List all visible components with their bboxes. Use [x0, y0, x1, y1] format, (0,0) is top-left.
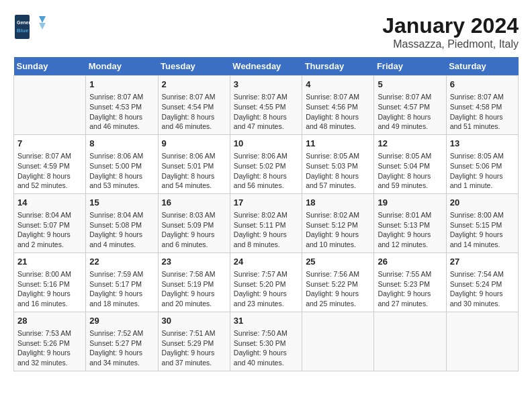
- day-info: Daylight: 8 hours: [89, 112, 154, 122]
- day-info: and 8 minutes.: [234, 240, 298, 250]
- day-number: 26: [378, 256, 442, 268]
- day-number: 22: [89, 256, 154, 268]
- day-info: Daylight: 8 hours: [89, 171, 154, 181]
- day-number: 8: [89, 138, 154, 150]
- day-info: Sunrise: 7:50 AM: [234, 328, 298, 338]
- day-info: Sunrise: 8:07 AM: [306, 92, 370, 102]
- day-info: Daylight: 9 hours: [306, 289, 370, 299]
- calendar-cell: 12Sunrise: 8:05 AMSunset: 5:04 PMDayligh…: [374, 134, 446, 193]
- day-info: Sunrise: 8:07 AM: [378, 92, 442, 102]
- svg-rect-0: [15, 15, 30, 39]
- day-info: Daylight: 8 hours: [306, 112, 370, 122]
- day-number: 5: [378, 79, 442, 91]
- day-info: Sunrise: 8:07 AM: [89, 92, 154, 102]
- day-info: and 25 minutes.: [306, 299, 370, 309]
- day-number: 28: [17, 315, 82, 327]
- day-info: Sunrise: 8:05 AM: [378, 151, 442, 161]
- day-info: Sunset: 5:07 PM: [17, 220, 82, 230]
- day-number: 7: [17, 138, 82, 150]
- day-info: Sunset: 5:26 PM: [17, 338, 82, 349]
- day-info: and 37 minutes.: [162, 358, 226, 368]
- calendar-table: SundayMondayTuesdayWednesdayThursdayFrid…: [13, 57, 519, 371]
- calendar-cell: 19Sunrise: 8:01 AMSunset: 5:13 PMDayligh…: [374, 193, 446, 253]
- calendar-cell: 30Sunrise: 7:51 AMSunset: 5:29 PMDayligh…: [158, 312, 230, 371]
- day-info: Sunrise: 8:06 AM: [89, 151, 154, 161]
- day-info: and 51 minutes.: [450, 122, 515, 132]
- day-number: 11: [306, 138, 370, 150]
- day-info: Sunrise: 8:02 AM: [234, 210, 298, 220]
- day-info: Daylight: 9 hours: [450, 289, 515, 299]
- day-number: 30: [162, 315, 226, 327]
- day-info: Sunset: 5:09 PM: [162, 220, 226, 230]
- day-info: Sunset: 5:03 PM: [306, 161, 370, 171]
- page-title: January 2024: [382, 13, 519, 38]
- day-info: and 2 minutes.: [17, 240, 82, 250]
- calendar-week-4: 21Sunrise: 8:00 AMSunset: 5:16 PMDayligh…: [14, 253, 519, 312]
- day-number: 19: [378, 197, 442, 209]
- calendar-cell: 1Sunrise: 8:07 AMSunset: 4:53 PMDaylight…: [86, 76, 158, 135]
- day-info: Sunset: 5:23 PM: [378, 279, 442, 289]
- day-info: and 1 minute.: [450, 181, 515, 191]
- day-info: and 18 minutes.: [89, 299, 154, 309]
- calendar-cell: 23Sunrise: 7:58 AMSunset: 5:19 PMDayligh…: [158, 253, 230, 312]
- day-info: Sunrise: 8:07 AM: [450, 92, 515, 102]
- day-info: Daylight: 9 hours: [234, 348, 298, 358]
- day-info: and 14 minutes.: [450, 240, 515, 250]
- day-number: 4: [306, 79, 370, 91]
- day-number: 16: [162, 197, 226, 209]
- day-info: and 56 minutes.: [234, 181, 298, 191]
- day-info: Sunrise: 8:03 AM: [162, 210, 226, 220]
- day-info: and 4 minutes.: [89, 240, 154, 250]
- day-info: Sunrise: 8:07 AM: [234, 92, 298, 102]
- day-info: Sunset: 5:00 PM: [89, 161, 154, 171]
- logo-svg: General Blue: [13, 13, 47, 40]
- day-info: Sunrise: 7:59 AM: [89, 269, 154, 279]
- day-info: Daylight: 9 hours: [17, 289, 82, 299]
- day-info: Sunset: 5:17 PM: [89, 279, 154, 289]
- day-number: 9: [162, 138, 226, 150]
- day-info: and 46 minutes.: [162, 122, 226, 132]
- day-info: Daylight: 9 hours: [17, 230, 82, 240]
- day-number: 20: [450, 197, 515, 209]
- calendar-cell: 31Sunrise: 7:50 AMSunset: 5:30 PMDayligh…: [230, 312, 302, 371]
- day-info: Sunrise: 8:07 AM: [162, 92, 226, 102]
- day-info: and 52 minutes.: [17, 181, 82, 191]
- calendar-cell: 18Sunrise: 8:02 AMSunset: 5:12 PMDayligh…: [302, 193, 374, 253]
- header-row: SundayMondayTuesdayWednesdayThursdayFrid…: [14, 57, 519, 76]
- day-info: and 12 minutes.: [378, 240, 442, 250]
- day-info: Daylight: 9 hours: [162, 289, 226, 299]
- day-info: Sunset: 4:54 PM: [162, 102, 226, 112]
- day-info: Sunrise: 7:55 AM: [378, 269, 442, 279]
- calendar-cell: 21Sunrise: 8:00 AMSunset: 5:16 PMDayligh…: [14, 253, 86, 312]
- day-info: Sunset: 5:19 PM: [162, 279, 226, 289]
- calendar-cell: 16Sunrise: 8:03 AMSunset: 5:09 PMDayligh…: [158, 193, 230, 253]
- day-info: and 57 minutes.: [306, 181, 370, 191]
- calendar-cell: 29Sunrise: 7:52 AMSunset: 5:27 PMDayligh…: [86, 312, 158, 371]
- day-info: Sunset: 5:06 PM: [450, 161, 515, 171]
- calendar-cell: 13Sunrise: 8:05 AMSunset: 5:06 PMDayligh…: [446, 134, 518, 193]
- calendar-cell: 4Sunrise: 8:07 AMSunset: 4:56 PMDaylight…: [302, 76, 374, 135]
- day-info: Sunrise: 7:51 AM: [162, 328, 226, 338]
- svg-text:Blue: Blue: [17, 28, 29, 34]
- day-info: Daylight: 9 hours: [162, 348, 226, 358]
- day-number: 29: [89, 315, 154, 327]
- day-number: 24: [234, 256, 298, 268]
- day-number: 13: [450, 138, 515, 150]
- calendar-header: SundayMondayTuesdayWednesdayThursdayFrid…: [14, 57, 519, 76]
- day-info: Sunrise: 7:52 AM: [89, 328, 154, 338]
- day-number: 6: [450, 79, 515, 91]
- day-number: 23: [162, 256, 226, 268]
- day-info: Sunset: 5:04 PM: [378, 161, 442, 171]
- calendar-cell: 28Sunrise: 7:53 AMSunset: 5:26 PMDayligh…: [14, 312, 86, 371]
- day-info: Sunset: 5:01 PM: [162, 161, 226, 171]
- day-info: Sunrise: 8:01 AM: [378, 210, 442, 220]
- day-info: Sunset: 4:56 PM: [306, 102, 370, 112]
- day-info: Sunset: 5:24 PM: [450, 279, 515, 289]
- day-info: and 23 minutes.: [234, 299, 298, 309]
- day-info: and 53 minutes.: [89, 181, 154, 191]
- day-info: Sunset: 5:12 PM: [306, 220, 370, 230]
- day-info: Sunrise: 8:07 AM: [17, 151, 82, 161]
- day-info: Sunset: 5:15 PM: [450, 220, 515, 230]
- day-info: and 16 minutes.: [17, 299, 82, 309]
- day-number: 3: [234, 79, 298, 91]
